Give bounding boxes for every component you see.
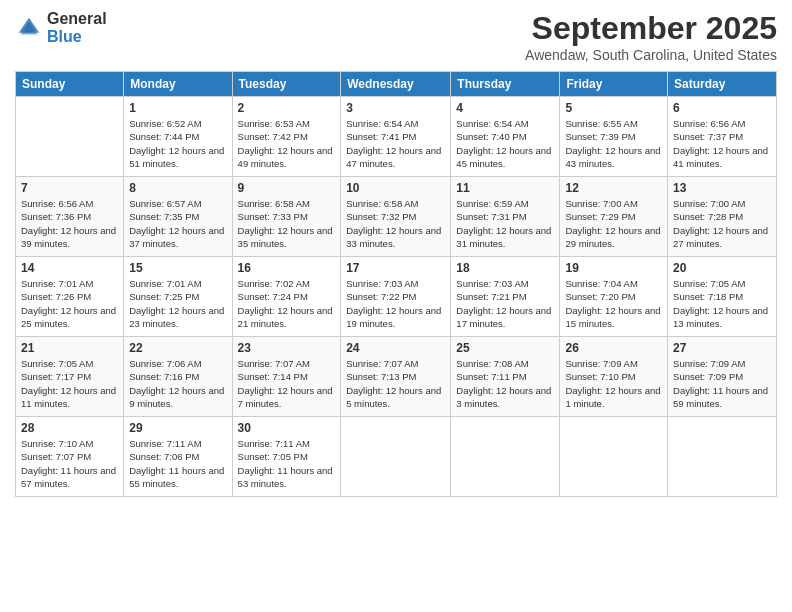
day-number: 22 [129, 341, 226, 355]
day-cell: 8Sunrise: 6:57 AMSunset: 7:35 PMDaylight… [124, 177, 232, 257]
day-number: 29 [129, 421, 226, 435]
day-info: Sunrise: 7:01 AMSunset: 7:26 PMDaylight:… [21, 277, 118, 330]
day-number: 15 [129, 261, 226, 275]
page: General Blue September 2025 Awendaw, Sou… [0, 0, 792, 612]
day-number: 12 [565, 181, 662, 195]
week-row-1: 1Sunrise: 6:52 AMSunset: 7:44 PMDaylight… [16, 97, 777, 177]
day-cell: 7Sunrise: 6:56 AMSunset: 7:36 PMDaylight… [16, 177, 124, 257]
day-info: Sunrise: 7:05 AMSunset: 7:18 PMDaylight:… [673, 277, 771, 330]
day-number: 18 [456, 261, 554, 275]
day-number: 5 [565, 101, 662, 115]
calendar-title: September 2025 [525, 10, 777, 47]
day-number: 19 [565, 261, 662, 275]
day-number: 9 [238, 181, 336, 195]
day-info: Sunrise: 6:56 AMSunset: 7:37 PMDaylight:… [673, 117, 771, 170]
day-cell [668, 417, 777, 497]
day-number: 30 [238, 421, 336, 435]
logo-icon [15, 14, 43, 42]
logo: General Blue [15, 10, 107, 46]
day-number: 14 [21, 261, 118, 275]
day-number: 4 [456, 101, 554, 115]
day-number: 13 [673, 181, 771, 195]
day-number: 26 [565, 341, 662, 355]
header-day-saturday: Saturday [668, 72, 777, 97]
day-cell [16, 97, 124, 177]
day-number: 11 [456, 181, 554, 195]
week-row-4: 21Sunrise: 7:05 AMSunset: 7:17 PMDayligh… [16, 337, 777, 417]
day-cell: 14Sunrise: 7:01 AMSunset: 7:26 PMDayligh… [16, 257, 124, 337]
header-day-tuesday: Tuesday [232, 72, 341, 97]
day-cell: 20Sunrise: 7:05 AMSunset: 7:18 PMDayligh… [668, 257, 777, 337]
day-number: 28 [21, 421, 118, 435]
day-info: Sunrise: 6:53 AMSunset: 7:42 PMDaylight:… [238, 117, 336, 170]
day-info: Sunrise: 7:02 AMSunset: 7:24 PMDaylight:… [238, 277, 336, 330]
day-info: Sunrise: 7:08 AMSunset: 7:11 PMDaylight:… [456, 357, 554, 410]
day-cell: 1Sunrise: 6:52 AMSunset: 7:44 PMDaylight… [124, 97, 232, 177]
day-cell: 13Sunrise: 7:00 AMSunset: 7:28 PMDayligh… [668, 177, 777, 257]
day-info: Sunrise: 7:11 AMSunset: 7:05 PMDaylight:… [238, 437, 336, 490]
day-number: 17 [346, 261, 445, 275]
day-info: Sunrise: 7:07 AMSunset: 7:13 PMDaylight:… [346, 357, 445, 410]
day-cell: 15Sunrise: 7:01 AMSunset: 7:25 PMDayligh… [124, 257, 232, 337]
day-cell: 21Sunrise: 7:05 AMSunset: 7:17 PMDayligh… [16, 337, 124, 417]
day-info: Sunrise: 7:09 AMSunset: 7:10 PMDaylight:… [565, 357, 662, 410]
day-info: Sunrise: 7:06 AMSunset: 7:16 PMDaylight:… [129, 357, 226, 410]
day-info: Sunrise: 7:05 AMSunset: 7:17 PMDaylight:… [21, 357, 118, 410]
day-cell: 28Sunrise: 7:10 AMSunset: 7:07 PMDayligh… [16, 417, 124, 497]
day-number: 2 [238, 101, 336, 115]
day-number: 10 [346, 181, 445, 195]
day-cell: 2Sunrise: 6:53 AMSunset: 7:42 PMDaylight… [232, 97, 341, 177]
day-info: Sunrise: 6:56 AMSunset: 7:36 PMDaylight:… [21, 197, 118, 250]
header-day-thursday: Thursday [451, 72, 560, 97]
day-info: Sunrise: 6:58 AMSunset: 7:33 PMDaylight:… [238, 197, 336, 250]
title-block: September 2025 Awendaw, South Carolina, … [525, 10, 777, 63]
day-number: 21 [21, 341, 118, 355]
header-row: SundayMondayTuesdayWednesdayThursdayFrid… [16, 72, 777, 97]
day-cell: 11Sunrise: 6:59 AMSunset: 7:31 PMDayligh… [451, 177, 560, 257]
day-number: 16 [238, 261, 336, 275]
day-info: Sunrise: 7:01 AMSunset: 7:25 PMDaylight:… [129, 277, 226, 330]
calendar-subtitle: Awendaw, South Carolina, United States [525, 47, 777, 63]
day-cell: 4Sunrise: 6:54 AMSunset: 7:40 PMDaylight… [451, 97, 560, 177]
day-cell: 30Sunrise: 7:11 AMSunset: 7:05 PMDayligh… [232, 417, 341, 497]
day-number: 1 [129, 101, 226, 115]
day-cell: 23Sunrise: 7:07 AMSunset: 7:14 PMDayligh… [232, 337, 341, 417]
day-info: Sunrise: 6:57 AMSunset: 7:35 PMDaylight:… [129, 197, 226, 250]
day-cell: 22Sunrise: 7:06 AMSunset: 7:16 PMDayligh… [124, 337, 232, 417]
logo-text: General Blue [47, 10, 107, 46]
day-cell: 5Sunrise: 6:55 AMSunset: 7:39 PMDaylight… [560, 97, 668, 177]
day-info: Sunrise: 7:03 AMSunset: 7:21 PMDaylight:… [456, 277, 554, 330]
week-row-5: 28Sunrise: 7:10 AMSunset: 7:07 PMDayligh… [16, 417, 777, 497]
day-cell: 26Sunrise: 7:09 AMSunset: 7:10 PMDayligh… [560, 337, 668, 417]
day-cell: 24Sunrise: 7:07 AMSunset: 7:13 PMDayligh… [341, 337, 451, 417]
day-info: Sunrise: 6:58 AMSunset: 7:32 PMDaylight:… [346, 197, 445, 250]
day-number: 7 [21, 181, 118, 195]
day-cell: 18Sunrise: 7:03 AMSunset: 7:21 PMDayligh… [451, 257, 560, 337]
day-info: Sunrise: 7:04 AMSunset: 7:20 PMDaylight:… [565, 277, 662, 330]
header-day-sunday: Sunday [16, 72, 124, 97]
day-cell: 12Sunrise: 7:00 AMSunset: 7:29 PMDayligh… [560, 177, 668, 257]
day-info: Sunrise: 6:59 AMSunset: 7:31 PMDaylight:… [456, 197, 554, 250]
week-row-2: 7Sunrise: 6:56 AMSunset: 7:36 PMDaylight… [16, 177, 777, 257]
day-cell: 16Sunrise: 7:02 AMSunset: 7:24 PMDayligh… [232, 257, 341, 337]
header-day-friday: Friday [560, 72, 668, 97]
day-cell: 25Sunrise: 7:08 AMSunset: 7:11 PMDayligh… [451, 337, 560, 417]
day-number: 23 [238, 341, 336, 355]
day-info: Sunrise: 7:00 AMSunset: 7:29 PMDaylight:… [565, 197, 662, 250]
header: General Blue September 2025 Awendaw, Sou… [15, 10, 777, 63]
day-cell [451, 417, 560, 497]
day-number: 3 [346, 101, 445, 115]
day-number: 8 [129, 181, 226, 195]
day-number: 24 [346, 341, 445, 355]
header-day-wednesday: Wednesday [341, 72, 451, 97]
week-row-3: 14Sunrise: 7:01 AMSunset: 7:26 PMDayligh… [16, 257, 777, 337]
day-info: Sunrise: 6:54 AMSunset: 7:41 PMDaylight:… [346, 117, 445, 170]
day-info: Sunrise: 7:00 AMSunset: 7:28 PMDaylight:… [673, 197, 771, 250]
day-number: 6 [673, 101, 771, 115]
day-info: Sunrise: 6:55 AMSunset: 7:39 PMDaylight:… [565, 117, 662, 170]
day-cell: 17Sunrise: 7:03 AMSunset: 7:22 PMDayligh… [341, 257, 451, 337]
day-number: 20 [673, 261, 771, 275]
day-info: Sunrise: 7:11 AMSunset: 7:06 PMDaylight:… [129, 437, 226, 490]
day-info: Sunrise: 7:07 AMSunset: 7:14 PMDaylight:… [238, 357, 336, 410]
day-info: Sunrise: 6:52 AMSunset: 7:44 PMDaylight:… [129, 117, 226, 170]
